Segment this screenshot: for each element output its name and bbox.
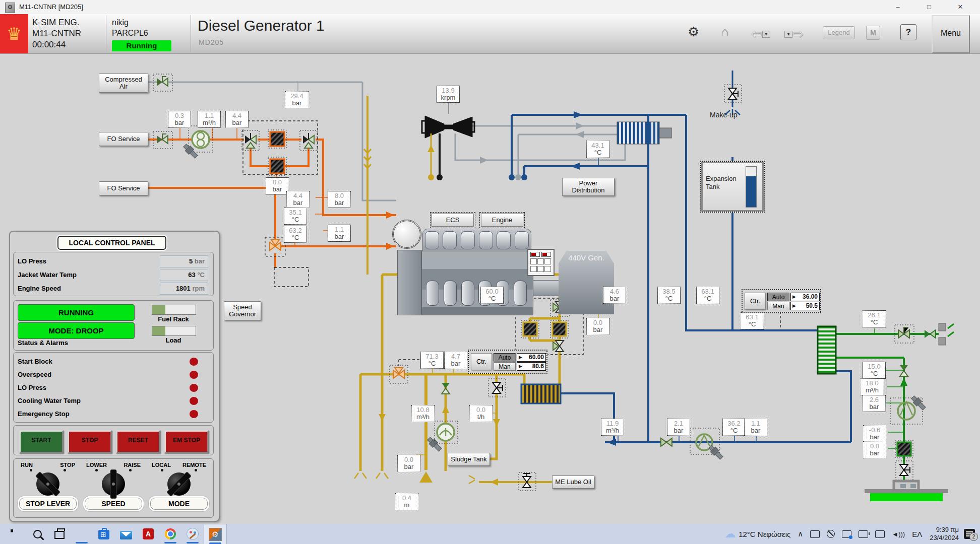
start-glyph	[11, 529, 17, 535]
back-arrow-icon[interactable]: ⇦▾	[751, 26, 770, 42]
language-indicator[interactable]: ΕΛ	[912, 530, 922, 538]
switch-knob[interactable]	[167, 472, 191, 496]
close-button[interactable]: ✕	[949, 0, 972, 14]
turbocharger-icon[interactable]	[422, 116, 474, 138]
meter-lt-press-a: 2.1bar	[667, 419, 690, 436]
lo-pump[interactable]	[426, 421, 458, 452]
meter-fo-press-b: 0.0bar	[266, 177, 289, 194]
forward-dropdown-icon[interactable]: ▾	[784, 31, 792, 38]
sw-heat-exchanger[interactable]	[818, 326, 836, 374]
controller-button[interactable]: Ctr.	[471, 353, 492, 370]
lt-valve[interactable]	[661, 438, 672, 446]
taskbar-search-icon[interactable]	[26, 524, 48, 544]
rotation-lock-icon[interactable]	[827, 530, 835, 538]
monitor-button[interactable]: M	[866, 26, 880, 40]
controller-button[interactable]: Ctr.	[745, 293, 766, 310]
compressed-air-valve[interactable]	[153, 74, 172, 91]
lt-pump[interactable]	[690, 428, 724, 460]
fo-changeover-valve-1[interactable]	[242, 130, 259, 151]
tray-chevron-icon[interactable]: ∧	[798, 529, 803, 538]
settings-gear-icon[interactable]: ⚙	[688, 24, 699, 40]
sw-pump[interactable]	[890, 395, 927, 424]
taskbar-taskview-icon[interactable]	[48, 524, 71, 544]
auto-setpoint-field[interactable]: ▶60.00	[517, 353, 546, 362]
lo-filter-2[interactable]	[550, 320, 568, 338]
clock[interactable]: 9:39 πμ 23/4/2024	[930, 526, 959, 542]
maximize-button[interactable]: □	[917, 0, 941, 14]
make-up-valve[interactable]	[724, 85, 742, 103]
menu-button[interactable]: Menu	[932, 15, 970, 53]
sw-filter[interactable]	[895, 440, 913, 458]
lo-mixing-valve[interactable]	[390, 365, 408, 383]
button-fo-service-2[interactable]: FO Service	[99, 181, 148, 195]
button-speed-governor[interactable]: Speed Governor	[224, 301, 261, 320]
battery-icon[interactable]	[859, 530, 868, 538]
button-engine[interactable]: Engine	[481, 214, 523, 227]
taskbar-explorer-icon[interactable]	[71, 524, 93, 544]
taskbar-store-icon[interactable]	[93, 524, 115, 544]
taskbar-start-icon[interactable]	[4, 524, 26, 544]
cast-icon[interactable]	[842, 530, 851, 538]
network-icon[interactable]	[875, 530, 885, 538]
lcp-pushbuttons: STARTSTOPRESETEM STOP	[13, 425, 214, 455]
back-dropdown-icon[interactable]: ▾	[762, 31, 770, 38]
lo-sense-lines	[416, 295, 754, 455]
lo-cooler[interactable]	[521, 384, 561, 403]
help-button[interactable]: ?	[900, 24, 916, 40]
local-gauge-panel[interactable]	[527, 249, 555, 276]
auto-mode-button[interactable]: Auto	[494, 353, 516, 362]
taskbar-paint-icon[interactable]	[181, 524, 204, 544]
switch-knob[interactable]	[36, 472, 59, 496]
weather-widget[interactable]: ☁ 12°C Νεφώσεις	[724, 527, 790, 540]
button-ecs[interactable]: ECS	[432, 214, 474, 227]
charge-air-cooler[interactable]	[617, 122, 671, 144]
home-icon[interactable]: ⌂	[721, 24, 729, 40]
fo-supply-pump[interactable]	[182, 126, 213, 159]
taskbar-acrobat-icon[interactable]: A	[137, 524, 159, 544]
button-fo-service-1[interactable]: FO Service	[99, 132, 148, 146]
stop-button[interactable]: STOP	[68, 430, 112, 453]
switch-knob[interactable]	[102, 472, 125, 496]
auto-mode-button[interactable]: Auto	[767, 293, 789, 301]
speaker-icon[interactable]: ◄)))	[892, 530, 905, 538]
button-compressed-air[interactable]: Compressed Air	[99, 74, 148, 93]
tablet-mode-icon[interactable]	[810, 530, 820, 538]
fo-supply-valve[interactable]	[153, 131, 172, 149]
taskbar-chrome-icon[interactable]	[159, 524, 181, 544]
man-mode-button[interactable]: Man	[767, 302, 789, 310]
button-sludge-tank[interactable]: Sludge Tank	[448, 453, 490, 466]
notification-icon[interactable]: 2	[964, 529, 975, 539]
legend-button[interactable]: Legend	[823, 26, 855, 39]
readout-label: LO Press	[18, 257, 46, 265]
meter-sw-press: 2.6bar	[863, 395, 886, 412]
reset-button[interactable]: RESET	[116, 430, 160, 453]
fo-changeover-valve-2[interactable]	[300, 130, 317, 151]
fo-filter-1[interactable]	[268, 130, 286, 148]
man-mode-button[interactable]: Man	[494, 362, 516, 371]
sw-discharge-three-way-valve[interactable]	[895, 325, 914, 343]
start-button[interactable]: START	[19, 430, 64, 453]
minimize-button[interactable]: –	[886, 0, 909, 14]
lo-pump-valve[interactable]	[442, 383, 450, 394]
man-output-field[interactable]: ▶80.6	[517, 362, 546, 371]
sludge-valve[interactable]	[488, 379, 506, 397]
auto-setpoint-field[interactable]: ▶36.00	[790, 293, 820, 301]
sw-overboard-valve[interactable]	[925, 330, 936, 338]
taskbar-ksim-icon[interactable]: ⚙	[204, 524, 227, 544]
lo-filter-1[interactable]	[521, 320, 539, 338]
taskbar-mail-icon[interactable]	[115, 524, 137, 544]
lo-three-way-valve-2[interactable]	[553, 341, 564, 352]
fo-three-way-valve[interactable]	[265, 237, 285, 256]
fuel-rack-label: Fuel Rack	[152, 315, 195, 323]
forward-arrow-icon[interactable]: ▾⇨	[784, 26, 804, 42]
fo-filter-2[interactable]	[268, 157, 286, 175]
man-output-field[interactable]: ▶50.5	[790, 302, 820, 310]
me-lube-oil-valve[interactable]	[519, 472, 536, 491]
sw-suction-valve[interactable]	[896, 461, 913, 480]
button-me-lube-oil[interactable]: ME Lube Oil	[552, 475, 594, 489]
meter-start-air-press: 29.4bar	[285, 91, 309, 108]
sw-pump-valve[interactable]	[900, 365, 908, 376]
em-stop-button[interactable]: EM STOP	[164, 430, 209, 453]
button-power-distribution[interactable]: Power Distribution	[562, 178, 615, 196]
meter-fo-temp-b: 63.2°C	[284, 226, 307, 243]
